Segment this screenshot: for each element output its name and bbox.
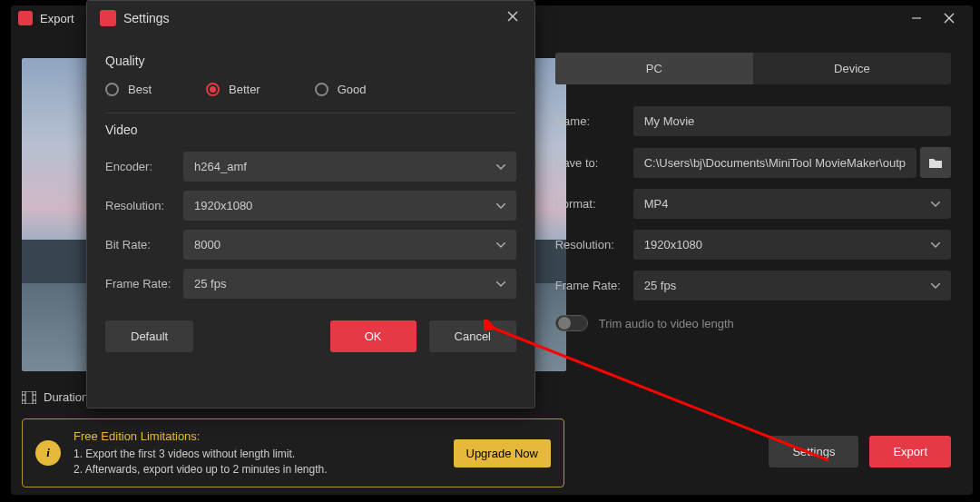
bitrate-select[interactable]: 8000 [183,230,516,260]
right-buttons: Settings Export [769,436,951,468]
framerate-select[interactable]: 25 fps [633,271,951,300]
format-row: Format: MP4 [555,189,951,219]
close-button[interactable] [933,7,965,29]
chevron-down-icon [496,242,505,248]
limitations-banner: i Free Edition Limitations: 1. Export th… [22,418,564,487]
export-tabs: PC Device [555,53,951,84]
dlg-resolution-row: Resolution: 1920x1080 [105,191,516,221]
duration-row: Duration [22,390,88,404]
chevron-down-icon [931,202,940,207]
encoder-row: Encoder: h264_amf [105,152,516,182]
trim-toggle-row: Trim audio to video length [555,315,951,331]
radio-better[interactable]: Better [206,83,260,96]
settings-button[interactable]: Settings [769,436,858,468]
ok-button[interactable]: OK [330,320,416,352]
bitrate-label: Bit Rate: [105,238,183,251]
saveto-label: Save to: [555,156,633,170]
svg-rect-3 [22,391,36,404]
film-icon [22,391,36,404]
quality-heading: Quality [105,54,516,68]
dlg-resolution-select[interactable]: 1920x1080 [183,191,516,221]
info-icon: i [35,440,61,466]
encoder-select[interactable]: h264_amf [183,152,516,182]
format-label: Format: [555,197,633,211]
cancel-button[interactable]: Cancel [429,320,516,352]
limit-line2: 2. Afterwards, export video up to 2 minu… [74,462,328,477]
dialog-close-button[interactable] [504,10,522,26]
quality-radios: Best Better Good [105,83,516,96]
resolution-row: Resolution: 1920x1080 [555,230,951,260]
video-heading: Video [105,123,516,137]
limit-text: Free Edition Limitations: 1. Export the … [74,429,328,477]
divider [105,113,516,113]
dlg-resolution-label: Resolution: [105,199,183,212]
close-icon [506,10,519,23]
resolution-label: Resolution: [555,238,633,251]
format-select[interactable]: MP4 [633,189,951,219]
name-row: Name: My Movie [555,106,951,136]
name-label: Name: [555,114,633,128]
bitrate-row: Bit Rate: 8000 [105,230,516,260]
duration-label: Duration [44,390,88,404]
export-button[interactable]: Export [869,436,951,468]
upgrade-button[interactable]: Upgrade Now [454,439,552,468]
dlg-framerate-row: Frame Rate: 25 fps [105,269,516,299]
saveto-input[interactable]: C:\Users\bj\Documents\MiniTool MovieMake… [633,148,916,178]
folder-icon [928,156,943,169]
framerate-row: Frame Rate: 25 fps [555,271,951,300]
dlg-framerate-select[interactable]: 25 fps [183,269,516,299]
dialog-body: Quality Best Better Good Video Encoder: … [87,35,534,365]
chevron-down-icon [496,164,505,170]
tab-pc[interactable]: PC [555,53,753,84]
browse-button[interactable] [920,147,951,178]
chevron-down-icon [496,281,505,287]
dialog-titlebar: Settings [87,1,534,35]
trim-label: Trim audio to video length [599,317,734,330]
tab-device[interactable]: Device [753,53,951,84]
saveto-row: Save to: C:\Users\bj\Documents\MiniTool … [555,147,951,178]
name-input[interactable]: My Movie [633,106,951,136]
right-pane: PC Device Name: My Movie Save to: C:\Use… [541,31,973,495]
dialog-buttons: Default OK Cancel [105,320,516,352]
radio-good[interactable]: Good [315,83,367,96]
chevron-down-icon [496,203,505,209]
limit-line1: 1. Export the first 3 videos without len… [74,447,328,462]
dialog-title: Settings [123,11,504,25]
radio-best[interactable]: Best [105,83,152,96]
chevron-down-icon [931,242,940,248]
framerate-label: Frame Rate: [555,279,633,292]
encoder-label: Encoder: [105,160,183,173]
chevron-down-icon [931,283,940,289]
app-icon [100,10,116,26]
settings-dialog: Settings Quality Best Better Good Video … [86,0,535,408]
trim-toggle[interactable] [555,315,588,331]
resolution-select[interactable]: 1920x1080 [633,230,951,260]
default-button[interactable]: Default [105,320,193,352]
minimize-button[interactable] [900,7,933,29]
app-icon [18,11,33,25]
dlg-framerate-label: Frame Rate: [105,277,183,290]
limit-heading: Free Edition Limitations: [74,429,328,443]
